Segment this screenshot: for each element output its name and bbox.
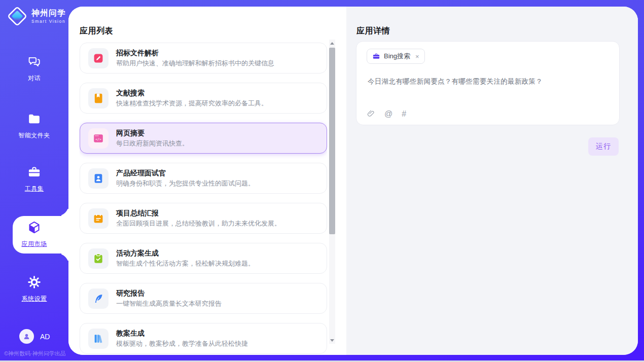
prompt-card: Bing搜索 × 今日湖北有哪些新闻要点？有哪些需要关注的最新政策？ @# <box>356 41 620 125</box>
sidebar-item-label: 系统设置 <box>0 295 68 303</box>
sidebar: 神州问学 Smart Vision 对话智能文件夹工具集应用市场系统设置 AD … <box>0 0 68 362</box>
app-detail-panel: 应用详情 Bing搜索 × 今日湖北有哪些新闻要点？有哪些需要关注的最新政策？ … <box>346 7 638 355</box>
cube-icon <box>27 221 41 234</box>
scroll-up-arrow[interactable] <box>329 40 335 46</box>
sidebar-item-toolset[interactable]: 工具集 <box>0 165 68 193</box>
app-card[interactable]: 项目总结汇报全面回顾项目进展，总结经验教训，助力未来优化发展。 <box>80 203 327 234</box>
tool-chip-bing-search[interactable]: Bing搜索 × <box>367 49 425 64</box>
prompt-input[interactable]: 今日湖北有哪些新闻要点？有哪些需要关注的最新政策？ <box>368 77 609 86</box>
user-label: AD <box>40 333 50 341</box>
resume-icon <box>88 168 109 189</box>
attachment-icon[interactable] <box>367 110 375 118</box>
app-window: 神州问学 Smart Vision 对话智能文件夹工具集应用市场系统设置 AD … <box>0 0 644 362</box>
avatar <box>19 329 34 344</box>
book-icon <box>88 88 109 108</box>
app-name: 招标文件解析 <box>116 48 274 58</box>
composer-toolbar: @# <box>367 110 406 118</box>
scrollbar-thumb[interactable] <box>329 48 335 234</box>
app-name: 项目总结汇报 <box>116 208 281 219</box>
run-button[interactable]: 运行 <box>588 137 619 156</box>
brand-name: 神州问学 <box>31 9 66 18</box>
sidebar-item-label: 智能文件夹 <box>0 131 68 140</box>
mention-icon[interactable]: @ <box>384 110 392 118</box>
app-name: 文献搜索 <box>116 88 268 98</box>
sidebar-item-settings[interactable]: 系统设置 <box>0 275 68 303</box>
app-description: 快速精准查找学术资源，提高研究效率的必备工具。 <box>116 99 268 108</box>
sidebar-item-smart-folders[interactable]: 智能文件夹 <box>0 112 68 140</box>
app-name: 产品经理面试官 <box>116 168 255 178</box>
app-name: 活动方案生成 <box>116 248 255 259</box>
sidebar-item-app-market[interactable]: 应用市场 <box>0 221 68 248</box>
folder-icon <box>27 112 41 126</box>
clipboard-check-icon <box>88 248 109 269</box>
briefcase-icon <box>372 52 380 60</box>
sidebar-item-chat[interactable]: 对话 <box>0 55 68 83</box>
chat-icon <box>27 55 41 68</box>
svg-text:</>: </> <box>95 137 101 141</box>
books-icon <box>88 329 109 349</box>
calendar-note-icon <box>88 208 109 229</box>
app-card[interactable]: 教案生成模板驱动，教案秒成，教学准备从此轻松快捷 <box>80 323 327 354</box>
quill-icon <box>88 288 109 309</box>
gear-icon <box>27 275 41 289</box>
app-description: 智能生成个性化活动方案，轻松解决规划难题。 <box>116 259 255 268</box>
brand-logo: 神州问学 Smart Vision <box>7 6 66 27</box>
brand-subtitle: Smart Vision <box>31 19 66 24</box>
app-card[interactable]: 活动方案生成智能生成个性化活动方案，轻松解决规划难题。 <box>80 243 327 274</box>
app-card[interactable]: 文献搜索快速精准查找学术资源，提高研究效率的必备工具。 <box>80 83 327 114</box>
app-list-panel: 应用列表 招标文件解析帮助用户快速、准确地理解和解析招标书中的关键信息文献搜索快… <box>68 7 346 355</box>
browser-code-icon: </> <box>88 128 109 149</box>
app-card[interactable]: 产品经理面试官明确身份和职责，为您提供专业性的面试问题。 <box>80 163 327 194</box>
app-card-list: 招标文件解析帮助用户快速、准确地理解和解析招标书中的关键信息文献搜索快速精准查找… <box>80 43 327 355</box>
app-description: 每日政府新闻资讯快查。 <box>116 139 189 148</box>
pen-square-icon <box>88 48 109 68</box>
user-account[interactable]: AD <box>19 329 50 344</box>
copyright: ©神州数码·神州问学出品 <box>4 350 66 357</box>
app-description: 明确身份和职责，为您提供专业性的面试问题。 <box>116 179 255 188</box>
sidebar-item-label: 对话 <box>0 74 68 83</box>
person-icon <box>22 332 31 341</box>
scrollbar[interactable] <box>329 40 335 344</box>
chip-close-icon[interactable]: × <box>415 53 419 60</box>
app-name: 教案生成 <box>116 329 248 339</box>
content-area: 应用列表 招标文件解析帮助用户快速、准确地理解和解析招标书中的关键信息文献搜索快… <box>68 7 638 355</box>
app-detail-title: 应用详情 <box>356 26 390 37</box>
app-description: 全面回顾项目进展，总结经验教训，助力未来优化发展。 <box>116 219 281 228</box>
app-list-title: 应用列表 <box>80 26 113 37</box>
app-card[interactable]: 研究报告一键智能生成高质量长文本研究报告 <box>80 283 327 314</box>
app-name: 研究报告 <box>116 288 222 299</box>
app-description: 帮助用户快速、准确地理解和解析招标书中的关键信息 <box>116 59 274 68</box>
app-card[interactable]: </>网页摘要每日政府新闻资讯快查。 <box>80 123 327 154</box>
diamond-logo-icon <box>7 6 28 27</box>
app-description: 一键智能生成高质量长文本研究报告 <box>116 299 222 308</box>
scroll-down-arrow[interactable] <box>329 337 335 343</box>
sidebar-item-label: 应用市场 <box>0 240 68 248</box>
app-name: 网页摘要 <box>116 128 189 138</box>
app-description: 模板驱动，教案秒成，教学准备从此轻松快捷 <box>116 339 248 348</box>
tool-chip-label: Bing搜索 <box>384 52 410 61</box>
app-card[interactable]: 招标文件解析帮助用户快速、准确地理解和解析招标书中的关键信息 <box>80 43 327 74</box>
sidebar-item-label: 工具集 <box>0 185 68 193</box>
hash-icon[interactable]: # <box>402 110 406 118</box>
toolbox-icon <box>27 165 41 179</box>
